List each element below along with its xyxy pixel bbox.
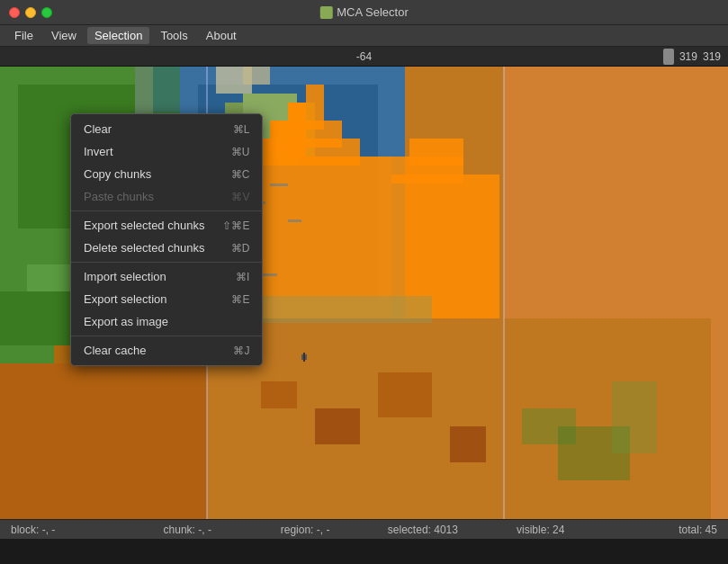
menu-item-import-selection[interactable]: Import selection ⌘I xyxy=(71,265,262,288)
menu-item-export-selection-label: Export selection xyxy=(84,292,167,306)
menu-separator-1 xyxy=(71,210,262,211)
svg-rect-29 xyxy=(306,85,324,103)
close-button[interactable] xyxy=(9,7,20,18)
menu-view[interactable]: View xyxy=(44,27,84,44)
menu-item-clear-cache-shortcut: ⌘J xyxy=(233,345,249,357)
minimize-button[interactable] xyxy=(25,7,36,18)
menu-about[interactable]: About xyxy=(199,27,244,44)
svg-rect-59 xyxy=(243,67,270,85)
menu-item-paste-chunks: Paste chunks ⌘V xyxy=(71,185,262,208)
menu-item-invert[interactable]: Invert ⌘U xyxy=(71,140,262,163)
menu-item-export-as-image[interactable]: Export as image xyxy=(71,310,262,333)
svg-rect-28 xyxy=(288,103,324,130)
title-text: MCA Selector xyxy=(319,5,408,19)
status-total: total: 45 xyxy=(599,524,717,536)
coord-right: 319 319 xyxy=(663,49,721,65)
svg-rect-25 xyxy=(409,139,463,166)
svg-rect-53 xyxy=(261,273,277,276)
menu-item-import-selection-shortcut: ⌘I xyxy=(236,271,249,283)
menu-item-copy-chunks-label: Copy chunks xyxy=(84,167,151,181)
menu-item-delete-selected-chunks-shortcut: ⌘D xyxy=(231,242,250,255)
status-chunk: chunk: -, - xyxy=(129,524,247,536)
menu-item-clear-cache[interactable]: Clear cache ⌘J xyxy=(71,339,262,362)
svg-rect-40 xyxy=(261,381,297,408)
menu-item-export-selection[interactable]: Export selection ⌘E xyxy=(71,288,262,310)
status-visible: visible: 24 xyxy=(481,524,599,536)
menu-bar: File View Selection Tools About xyxy=(0,25,728,47)
menu-item-clear-cache-label: Clear cache xyxy=(84,344,146,357)
menu-item-delete-selected-chunks-label: Delete selected chunks xyxy=(84,241,204,255)
menu-item-export-as-image-label: Export as image xyxy=(84,315,168,328)
scroll-indicator[interactable] xyxy=(663,49,674,65)
menu-item-invert-shortcut: ⌘U xyxy=(231,146,250,158)
menu-item-invert-label: Invert xyxy=(84,145,113,158)
status-region: region: -, - xyxy=(247,524,364,536)
coord-bar: -64 319 319 xyxy=(0,47,728,67)
svg-rect-36 xyxy=(0,363,207,519)
menu-selection[interactable]: Selection xyxy=(87,27,149,44)
menu-item-clear-label: Clear xyxy=(84,122,112,136)
menu-separator-2 xyxy=(71,262,262,263)
menu-item-export-selected-chunks-label: Export selected chunks xyxy=(84,219,204,232)
traffic-lights xyxy=(0,7,52,18)
menu-item-delete-selected-chunks[interactable]: Delete selected chunks ⌘D xyxy=(71,237,262,259)
menu-item-copy-chunks[interactable]: Copy chunks ⌘C xyxy=(71,163,262,185)
title-bar: MCA Selector xyxy=(0,0,728,25)
svg-rect-47 xyxy=(303,353,305,362)
maximize-button[interactable] xyxy=(41,7,52,18)
menu-item-copy-chunks-shortcut: ⌘C xyxy=(231,168,250,181)
svg-rect-39 xyxy=(612,381,657,453)
menu-item-paste-chunks-shortcut: ⌘V xyxy=(231,191,249,203)
app-icon xyxy=(319,6,332,19)
menu-separator-3 xyxy=(71,336,262,336)
app-title: MCA Selector xyxy=(337,5,408,19)
svg-rect-51 xyxy=(288,219,301,222)
svg-rect-49 xyxy=(270,184,288,186)
svg-rect-55 xyxy=(252,296,432,323)
coord-y: 319 xyxy=(703,50,721,63)
menu-item-import-selection-label: Import selection xyxy=(84,270,166,283)
status-block: block: -, - xyxy=(11,524,129,536)
menu-item-clear[interactable]: Clear ⌘L xyxy=(71,118,262,140)
svg-rect-8 xyxy=(0,291,72,345)
svg-rect-42 xyxy=(378,372,432,417)
menu-item-paste-chunks-label: Paste chunks xyxy=(84,190,154,203)
menu-item-export-selected-chunks[interactable]: Export selected chunks ⇧⌘E xyxy=(71,214,262,237)
menu-item-export-selection-shortcut: ⌘E xyxy=(231,293,249,306)
menu-file[interactable]: File xyxy=(7,27,40,44)
svg-rect-41 xyxy=(315,408,360,444)
menu-item-export-selected-chunks-shortcut: ⇧⌘E xyxy=(222,219,249,232)
selection-dropdown-menu: Clear ⌘L Invert ⌘U Copy chunks ⌘C Paste … xyxy=(70,113,263,366)
map-area[interactable]: Clear ⌘L Invert ⌘U Copy chunks ⌘C Paste … xyxy=(0,67,728,519)
menu-item-clear-shortcut: ⌘L xyxy=(233,123,250,136)
menu-tools[interactable]: Tools xyxy=(153,27,194,44)
svg-rect-43 xyxy=(450,426,486,462)
status-selected: selected: 4013 xyxy=(364,524,481,536)
coord-x: 319 xyxy=(679,50,697,63)
coord-center: -64 xyxy=(356,50,372,63)
status-bar: block: -, - chunk: -, - region: -, - sel… xyxy=(0,519,728,539)
